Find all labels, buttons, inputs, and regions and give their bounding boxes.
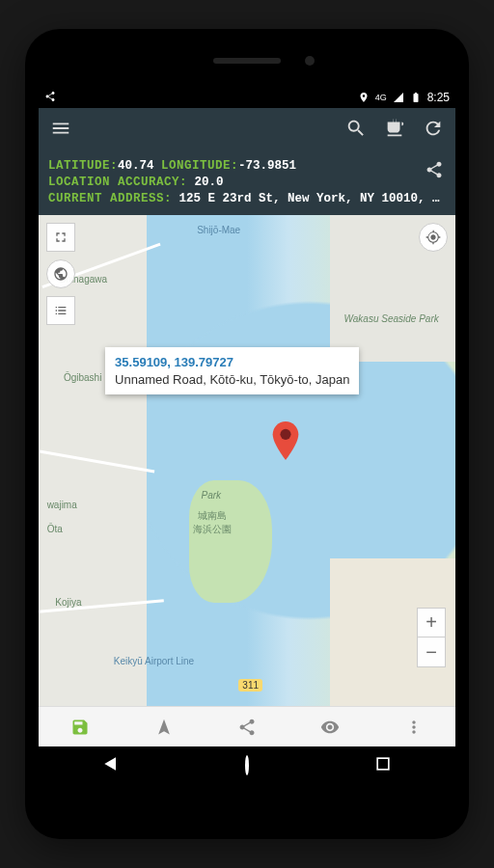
save-icon xyxy=(70,718,90,737)
share-icon xyxy=(425,160,444,179)
acc-value: 20.0 xyxy=(195,176,224,189)
popup-coords: 35.59109, 139.79727 xyxy=(115,355,349,369)
zoom-controls: + − xyxy=(417,608,446,667)
refresh-button[interactable] xyxy=(423,118,444,143)
back-button[interactable] xyxy=(101,754,121,777)
mylocation-button[interactable] xyxy=(419,223,448,252)
battery-icon xyxy=(410,92,422,103)
eye-icon xyxy=(320,718,340,737)
lat-value: 40.74 xyxy=(118,159,154,173)
map-label: Wakasu Seaside Park xyxy=(344,313,439,324)
maptype-button[interactable] xyxy=(46,259,75,288)
map-label: Shijō-Mae xyxy=(197,225,240,235)
map-label: Keikyū Airport Line xyxy=(114,656,194,666)
app-bar xyxy=(39,108,455,152)
keep-awake-button[interactable] xyxy=(384,118,405,143)
map-marker[interactable] xyxy=(272,421,299,464)
share-info-button[interactable] xyxy=(425,160,444,185)
search-icon xyxy=(345,118,367,139)
popup-address: Unnamed Road, Kōtō-ku, Tōkyō-to, Japan xyxy=(115,372,349,387)
android-nav-bar xyxy=(39,746,455,785)
globe-icon xyxy=(53,266,69,282)
addr-value: 125 E 23rd St, New York, NY 10010, U... xyxy=(179,192,446,205)
share-tab[interactable] xyxy=(206,707,288,746)
refresh-icon xyxy=(423,118,444,139)
navigate-tab[interactable] xyxy=(122,707,205,746)
status-bar: 4G 8:25 xyxy=(39,87,455,108)
recents-button[interactable] xyxy=(373,754,393,777)
menu-button[interactable] xyxy=(50,118,71,143)
svg-rect-1 xyxy=(377,758,389,770)
crosshair-icon xyxy=(425,230,441,245)
more-icon xyxy=(404,718,424,737)
lon-label: Longitude: xyxy=(161,159,238,173)
map-label: wajima xyxy=(47,500,77,510)
addr-label: Current Address: xyxy=(48,192,172,205)
share-icon xyxy=(237,718,257,737)
home-icon xyxy=(245,755,249,775)
menu-icon xyxy=(50,118,71,139)
clock-label: 8:25 xyxy=(427,91,450,104)
location-icon xyxy=(358,92,370,103)
bottom-toolbar xyxy=(39,706,455,746)
map-label: Park xyxy=(201,490,221,501)
search-button[interactable] xyxy=(345,118,367,143)
view-tab[interactable] xyxy=(288,707,371,746)
more-tab[interactable] xyxy=(372,707,455,746)
navigate-icon xyxy=(154,718,174,737)
list-icon xyxy=(53,303,69,318)
recents-icon xyxy=(373,754,393,773)
fullscreen-button[interactable] xyxy=(46,223,75,252)
map-label: Ōta xyxy=(47,524,63,534)
map-label: Kojiya xyxy=(55,597,81,608)
map-view[interactable]: Shijō-Mae Shinagawa Wakasu Seaside Park … xyxy=(39,215,455,706)
save-tab[interactable] xyxy=(39,707,122,746)
lon-value: -73.9851 xyxy=(238,159,296,173)
coffee-icon xyxy=(384,118,405,139)
home-button[interactable] xyxy=(245,757,249,774)
share-icon xyxy=(44,91,56,102)
svg-point-0 xyxy=(280,428,290,439)
network-label: 4G xyxy=(375,93,387,102)
info-panel: Latitude:40.74 Longitude:-73.9851 Locati… xyxy=(39,152,455,215)
map-label: 城南島 海浜公園 xyxy=(193,509,232,536)
fullscreen-icon xyxy=(53,230,69,245)
zoom-in-button[interactable]: + xyxy=(418,609,445,637)
signal-icon xyxy=(393,92,404,103)
lat-label: Latitude: xyxy=(48,159,118,173)
back-icon xyxy=(101,754,121,773)
acc-label: Location Accuracy: xyxy=(48,176,187,189)
marker-popup[interactable]: 35.59109, 139.79727 Unnamed Road, Kōtō-k… xyxy=(105,347,359,394)
map-label: 311 xyxy=(238,679,262,692)
pin-icon xyxy=(272,421,299,460)
map-label: Ōgibashi xyxy=(64,372,101,383)
zoom-out-button[interactable]: − xyxy=(418,637,445,666)
layers-button[interactable] xyxy=(46,296,75,325)
